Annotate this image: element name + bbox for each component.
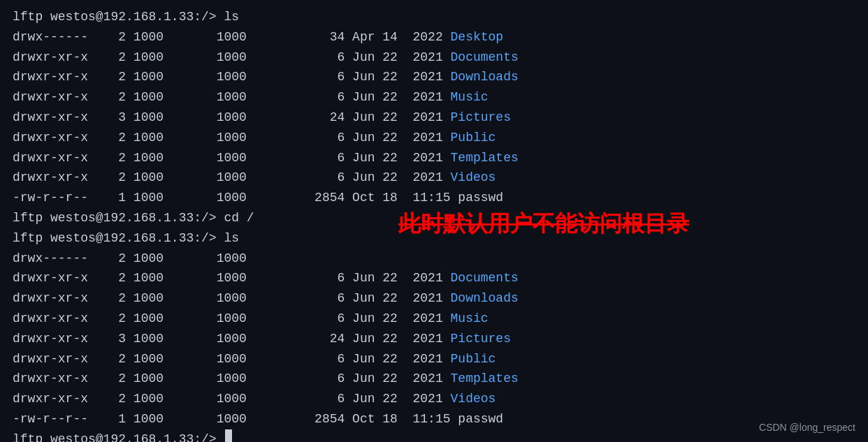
file-row: -rw-r--r-- 1 1000 1000 2854 Oct 18 11:15… [13,409,855,429]
file-row: drwxr-xr-x 2 1000 1000 6 Jun 22 2021 Tem… [13,148,855,168]
prompt-text: lftp westos@192.168.1.33:/> ls [13,228,239,249]
file-row: drwxr-xr-x 2 1000 1000 6 Jun 22 2021 Pub… [13,128,855,148]
prompt-text-final: lftp westos@192.168.1.33:/> [13,429,224,442]
file-row: drwxr-xr-x 2 1000 1000 6 Jun 22 2021 Doc… [13,268,855,288]
file-row: drwxr-xr-x 2 1000 1000 6 Jun 22 2021 Pub… [13,349,855,369]
terminal: lftp westos@192.168.1.33:/> ls drwx-----… [0,0,868,442]
file-row: drwxr-xr-x 2 1000 1000 6 Jun 22 2021 Dow… [13,288,855,309]
file-row: drwxr-xr-x 2 1000 1000 6 Jun 22 2021 Tem… [13,369,855,389]
file-row: drwxr-xr-x 2 1000 1000 6 Jun 22 2021 Mus… [13,309,855,329]
terminal-line-final: lftp westos@192.168.1.33:/> [13,429,855,442]
watermark: CSDN @long_respect [759,420,855,435]
file-row: drwxr-xr-x 2 1000 1000 6 Jun 22 2021 Vid… [13,389,855,409]
terminal-line: lftp westos@192.168.1.33:/> ls [13,7,855,27]
prompt-text: lftp westos@192.168.1.33:/> cd / [13,208,254,228]
file-row: drwx------ 2 1000 1000 [13,249,855,269]
file-row: drwx------ 2 1000 1000 34 Apr 14 2022 De… [13,27,855,47]
annotation-text: 此时默认用户不能访问根目录 [398,206,689,242]
file-row: -rw-r--r-- 1 1000 1000 2854 Oct 18 11:15… [13,188,855,208]
file-row: drwxr-xr-x 2 1000 1000 6 Jun 22 2021 Mus… [13,87,855,108]
file-row: drwxr-xr-x 2 1000 1000 6 Jun 22 2021 Doc… [13,47,855,68]
file-row: drwxr-xr-x 2 1000 1000 6 Jun 22 2021 Dow… [13,67,855,87]
file-row: drwxr-xr-x 3 1000 1000 24 Jun 22 2021 Pi… [13,108,855,128]
cursor [225,429,232,442]
file-row: drwxr-xr-x 3 1000 1000 24 Jun 22 2021 Pi… [13,329,855,349]
file-row: drwxr-xr-x 2 1000 1000 6 Jun 22 2021 Vid… [13,168,855,188]
prompt-text: lftp westos@192.168.1.33:/> ls [13,7,239,27]
